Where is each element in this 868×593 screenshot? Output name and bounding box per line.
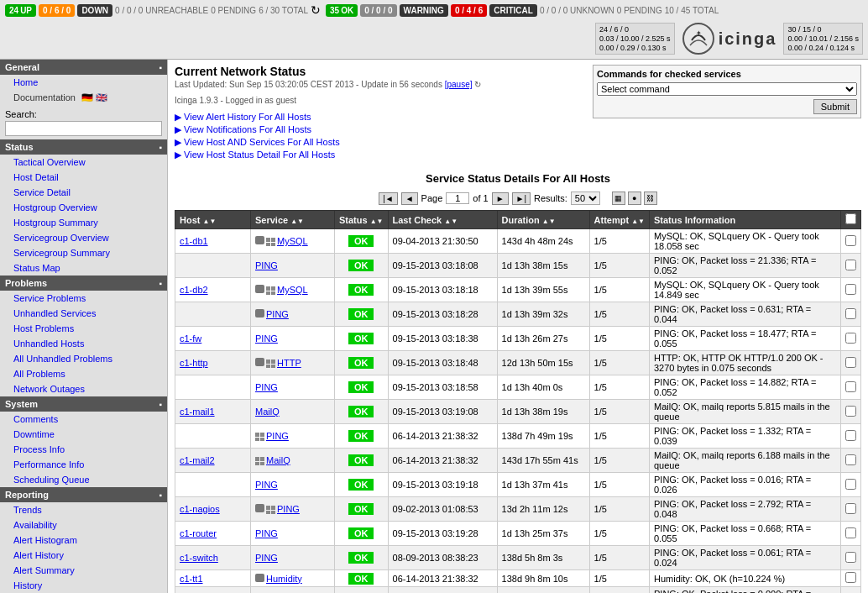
sidebar-item-status-map[interactable]: Status Map — [0, 260, 167, 276]
sidebar-item-all-problems[interactable]: All Problems — [0, 366, 167, 381]
sidebar-link-alert-histogram[interactable]: Alert Histogram — [13, 535, 77, 545]
row-checkbox[interactable] — [845, 406, 856, 417]
service-link[interactable]: MySQL — [277, 236, 308, 246]
row-checkbox[interactable] — [845, 308, 856, 319]
sidebar-link-process-info[interactable]: Process Info — [13, 444, 65, 454]
sidebar-item-all-unhandled-problems[interactable]: All Unhandled Problems — [0, 351, 167, 366]
sidebar-section-system[interactable]: System ▪ — [0, 396, 167, 412]
host-link[interactable]: c1-mail1 — [180, 407, 215, 417]
nav-link-view-notifications-for-all-hos[interactable]: ▶ View Notifications For All Hosts — [175, 124, 861, 135]
row-checkbox[interactable] — [845, 381, 856, 392]
sidebar-link-downtime[interactable]: Downtime — [13, 429, 55, 439]
sidebar-item-host-detail[interactable]: Host Detail — [0, 170, 167, 185]
sidebar-item-alert-histogram[interactable]: Alert Histogram — [0, 533, 167, 548]
page-input[interactable] — [446, 192, 469, 204]
sidebar-item-servicegroup-summary[interactable]: Servicegroup Summary — [0, 245, 167, 260]
sidebar-link-status-map[interactable]: Status Map — [13, 263, 60, 273]
circle-view-icon[interactable]: ● — [628, 192, 641, 205]
sidebar-item-alert-summary[interactable]: Alert Summary — [0, 563, 167, 578]
service-link[interactable]: PING — [255, 480, 278, 490]
sidebar-item-history[interactable]: History — [0, 578, 167, 593]
row-checkbox[interactable] — [845, 552, 856, 563]
sidebar-link-service-detail[interactable]: Service Detail — [13, 187, 71, 197]
sidebar-link-unhandled-hosts[interactable]: Unhandled Hosts — [13, 338, 84, 349]
select-all-checkbox[interactable] — [845, 213, 856, 224]
host-link[interactable]: c1-tt1 — [180, 574, 203, 584]
sidebar-item-service-detail[interactable]: Service Detail — [0, 185, 167, 200]
sidebar-section-reporting[interactable]: Reporting ▪ — [0, 487, 167, 502]
sidebar-item-hostgroup-overview[interactable]: Hostgroup Overview — [0, 200, 167, 215]
last-page-btn[interactable]: ►| — [512, 192, 531, 205]
row-checkbox[interactable] — [845, 454, 856, 465]
col-service-header[interactable]: Service ▲▼ — [251, 211, 335, 229]
pause-link[interactable]: [pause] — [445, 80, 473, 89]
results-select[interactable]: 50 — [571, 192, 600, 205]
submit-button[interactable]: Submit — [813, 99, 857, 114]
sidebar-item-servicegroup-overview[interactable]: Servicegroup Overview — [0, 230, 167, 245]
sidebar-item-network-outages[interactable]: Network Outages — [0, 381, 167, 396]
sidebar-item-home[interactable]: Home — [0, 75, 167, 90]
sidebar-item-documentation[interactable]: Documentation 🇩🇪 🇬🇧 — [0, 90, 167, 106]
link-view-icon[interactable]: ⛓ — [644, 192, 657, 205]
row-checkbox[interactable] — [845, 333, 856, 344]
service-link[interactable]: MailQ — [266, 455, 290, 465]
sidebar-link-scheduling-queue[interactable]: Scheduling Queue — [13, 475, 90, 485]
row-checkbox[interactable] — [845, 235, 856, 246]
sidebar-item-downtime[interactable]: Downtime — [0, 427, 167, 442]
refresh-icon[interactable]: ↻ — [311, 3, 321, 17]
col-lastcheck-header[interactable]: Last Check ▲▼ — [388, 211, 497, 229]
service-link[interactable]: MySQL — [277, 285, 308, 295]
down-badge[interactable]: 0 / 6 / 0 — [39, 4, 75, 17]
row-checkbox[interactable] — [845, 357, 856, 368]
next-page-btn[interactable]: ► — [492, 192, 509, 205]
host-link[interactable]: c1-mail2 — [180, 455, 215, 465]
sidebar-link-unhandled-services[interactable]: Unhandled Services — [13, 308, 96, 318]
row-checkbox[interactable] — [845, 479, 856, 490]
row-checkbox[interactable] — [845, 284, 856, 295]
sidebar-link-servicegroup-summary[interactable]: Servicegroup Summary — [13, 248, 110, 258]
select-command-dropdown[interactable]: Select command — [597, 82, 857, 96]
row-checkbox[interactable] — [845, 572, 856, 583]
service-link[interactable]: PING — [277, 504, 300, 514]
row-checkbox[interactable] — [845, 527, 856, 538]
service-link[interactable]: PING — [255, 260, 278, 270]
service-link[interactable]: PING — [266, 431, 289, 441]
sidebar-link-host-detail[interactable]: Host Detail — [13, 172, 59, 182]
sidebar-item-process-info[interactable]: Process Info — [0, 442, 167, 457]
up-badge[interactable]: 24 UP — [5, 4, 36, 17]
sidebar-item-service-problems[interactable]: Service Problems — [0, 291, 167, 306]
sidebar-link-availability[interactable]: Availability — [13, 520, 57, 530]
sidebar-link-comments[interactable]: Comments — [13, 414, 58, 424]
sidebar-item-performance-info[interactable]: Performance Info — [0, 457, 167, 472]
sidebar-link-alert-history[interactable]: Alert History — [13, 550, 64, 560]
sidebar-item-unhandled-hosts[interactable]: Unhandled Hosts — [0, 336, 167, 351]
host-link[interactable]: c1-fw — [180, 333, 201, 344]
sidebar-section-general[interactable]: General ▪ — [0, 60, 167, 75]
service-link[interactable]: MailQ — [255, 407, 280, 417]
sidebar-link-tactical-overview[interactable]: Tactical Overview — [13, 157, 86, 167]
refresh-icon-small[interactable]: ↻ — [474, 80, 481, 89]
col-info-header[interactable]: Status Information — [649, 211, 840, 229]
col-attempt-header[interactable]: Attempt ▲▼ — [589, 211, 649, 229]
row-checkbox[interactable] — [845, 430, 856, 441]
sidebar-item-trends[interactable]: Trends — [0, 502, 167, 517]
sidebar-item-comments[interactable]: Comments — [0, 412, 167, 427]
sidebar-link-all-unhandled-problems[interactable]: All Unhandled Problems — [13, 354, 112, 364]
nav-link-view-host-and-services-for-all[interactable]: ▶ View Host AND Services For All Hosts — [175, 137, 861, 148]
prev-page-btn[interactable]: ◄ — [401, 192, 418, 205]
col-status-header[interactable]: Status ▲▼ — [335, 211, 389, 229]
sidebar-link-service-problems[interactable]: Service Problems — [13, 293, 86, 303]
sidebar-item-tactical-overview[interactable]: Tactical Overview — [0, 155, 167, 170]
sidebar-link-trends[interactable]: Trends — [13, 505, 42, 515]
sidebar-link-all-problems[interactable]: All Problems — [13, 369, 65, 379]
col-host-header[interactable]: Host ▲▼ — [175, 211, 251, 229]
host-link[interactable]: c1-switch — [180, 553, 218, 563]
search-input[interactable] — [5, 121, 162, 136]
sidebar-link-history[interactable]: History — [13, 580, 42, 590]
sidebar-link-network-outages[interactable]: Network Outages — [13, 384, 85, 394]
row-checkbox[interactable] — [845, 260, 856, 270]
sidebar-link-servicegroup-overview[interactable]: Servicegroup Overview — [13, 233, 109, 243]
sidebar-link-hostgroup-summary[interactable]: Hostgroup Summary — [13, 218, 98, 228]
col-duration-header[interactable]: Duration ▲▼ — [497, 211, 589, 229]
service-link[interactable]: PING — [255, 553, 278, 563]
